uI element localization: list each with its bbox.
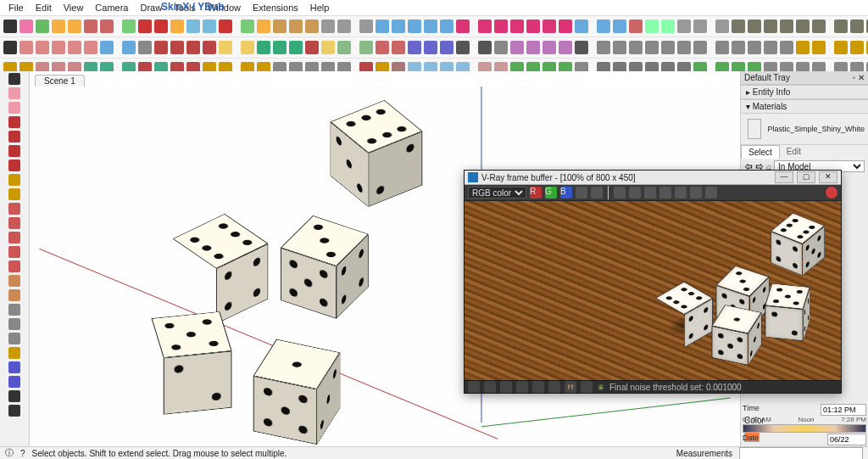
toolbar-button[interactable] — [526, 41, 540, 54]
vray-frame-buffer-window[interactable]: V-Ray frame buffer - [100% of 800 x 450]… — [464, 170, 842, 394]
toolbar-button[interactable] — [138, 20, 152, 33]
toolbar-button[interactable] — [19, 41, 33, 54]
toolbar-button[interactable] — [8, 289, 20, 301]
toolbar-button[interactable] — [780, 20, 793, 33]
channel-mono-button[interactable] — [591, 187, 603, 199]
toolbar-button[interactable] — [289, 41, 303, 54]
toolbar-button[interactable] — [510, 20, 524, 33]
vfb-render-canvas[interactable] — [465, 201, 841, 380]
toolbar-button[interactable] — [8, 174, 20, 186]
toolbar-button[interactable] — [84, 41, 97, 54]
menu-view[interactable]: View — [58, 2, 89, 14]
toolbar-button[interactable] — [273, 41, 287, 54]
toolbar-button[interactable] — [834, 41, 848, 54]
tray-materials-header[interactable]: ▾ Materials — [741, 99, 868, 114]
vfb-statusbtn-2[interactable] — [484, 381, 496, 393]
toolbar-button[interactable] — [305, 41, 319, 54]
toolbar-button[interactable] — [68, 20, 81, 33]
toolbar-button[interactable] — [241, 20, 254, 33]
toolbar-button[interactable] — [408, 41, 421, 54]
toolbar-button[interactable] — [494, 20, 508, 33]
toolbar-button[interactable] — [8, 73, 20, 85]
toolbar-button[interactable] — [8, 87, 20, 99]
toolbar-button[interactable] — [796, 41, 810, 54]
toolbar-button[interactable] — [8, 361, 20, 373]
toolbar-button[interactable] — [494, 41, 508, 54]
toolbar-button[interactable] — [812, 41, 826, 54]
toolbar-button[interactable] — [3, 20, 17, 33]
vfb-statusbtn-1[interactable] — [468, 381, 480, 393]
toolbar-button[interactable] — [68, 41, 81, 54]
toolbar-button[interactable] — [575, 41, 588, 54]
toolbar-button[interactable] — [376, 41, 389, 54]
toolbar-button[interactable] — [36, 41, 49, 54]
toolbar-button[interactable] — [8, 116, 20, 128]
toolbar-button[interactable] — [257, 41, 270, 54]
channel-g-button[interactable]: G — [545, 187, 557, 199]
tray-entity-info-header[interactable]: ▸ Entity Info — [741, 85, 868, 99]
toolbar-button[interactable] — [8, 131, 20, 143]
toolbar-button[interactable] — [424, 20, 437, 33]
time-value-input[interactable] — [821, 404, 866, 416]
toolbar-button[interactable] — [36, 20, 49, 33]
toolbar-button[interactable] — [19, 20, 33, 33]
toolbar-button[interactable] — [732, 20, 745, 33]
toolbar-button[interactable] — [597, 41, 610, 54]
toolbar-button[interactable] — [677, 20, 691, 33]
toolbar-button[interactable] — [850, 41, 864, 54]
toolbar-button[interactable] — [186, 41, 200, 54]
toolbar-button[interactable] — [376, 20, 389, 33]
toolbar-button[interactable] — [693, 41, 707, 54]
channel-r-button[interactable]: R — [530, 187, 542, 199]
toolbar-button[interactable] — [629, 20, 643, 33]
vfb-stop-button[interactable] — [826, 187, 837, 199]
toolbar-button[interactable] — [392, 20, 405, 33]
toolbar-button[interactable] — [661, 41, 675, 54]
toolbar-button[interactable] — [764, 41, 777, 54]
die[interactable] — [771, 229, 825, 260]
toolbar-button[interactable] — [8, 260, 20, 272]
toolbar-button[interactable] — [613, 20, 626, 33]
toolbar-button[interactable] — [289, 20, 303, 33]
toolbar-button[interactable] — [456, 20, 470, 33]
toolbar-button[interactable] — [170, 20, 184, 33]
menu-camera[interactable]: Camera — [90, 2, 133, 14]
toolbar-button[interactable] — [337, 41, 351, 54]
toolbar-button[interactable] — [203, 41, 216, 54]
toolbar-button[interactable] — [8, 160, 20, 171]
toolbar-button[interactable] — [8, 188, 20, 200]
toolbar-button[interactable] — [613, 41, 626, 54]
toolbar-button[interactable] — [8, 246, 20, 258]
toolbar-button[interactable] — [715, 20, 729, 33]
menu-extensions[interactable]: Extensions — [248, 2, 303, 14]
toolbar-button[interactable] — [8, 390, 20, 402]
vfb-clear-button[interactable] — [644, 187, 656, 199]
toolbar-button[interactable] — [8, 405, 20, 417]
time-slider[interactable] — [743, 424, 866, 433]
toolbar-button[interactable] — [408, 20, 421, 33]
toolbar-button[interactable] — [257, 20, 270, 33]
toolbar-button[interactable] — [8, 102, 20, 114]
toolbar-button[interactable] — [478, 41, 492, 54]
toolbar-button[interactable] — [337, 20, 351, 33]
vfb-history-button[interactable] — [629, 187, 641, 199]
toolbar-button[interactable] — [154, 41, 168, 54]
toolbar-button[interactable] — [321, 20, 335, 33]
menu-edit[interactable]: Edit — [31, 2, 57, 14]
materials-tab-select[interactable]: Select — [741, 145, 780, 159]
toolbar-button[interactable] — [8, 275, 20, 287]
channel-b-button[interactable]: B — [560, 187, 572, 199]
toolbar-button[interactable] — [693, 20, 707, 33]
toolbar-button[interactable] — [8, 318, 20, 330]
toolbar-button[interactable] — [219, 41, 232, 54]
toolbar-button[interactable] — [575, 20, 588, 33]
die[interactable] — [331, 127, 423, 180]
toolbar-button[interactable] — [478, 20, 492, 33]
date-value-input[interactable] — [827, 434, 866, 445]
toolbar-button[interactable] — [542, 41, 556, 54]
toolbar-button[interactable] — [812, 20, 826, 33]
vfb-statusbtn-4[interactable] — [516, 381, 528, 393]
toolbar-button[interactable] — [203, 20, 216, 33]
maximize-button[interactable]: ▢ — [797, 171, 815, 183]
toolbar-button[interactable] — [8, 217, 20, 229]
